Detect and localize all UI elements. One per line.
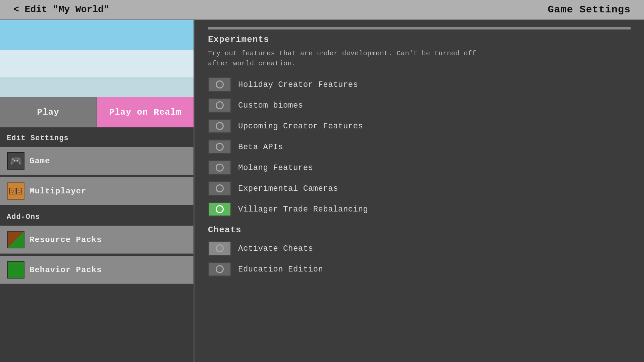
toggle-upcoming-creator[interactable] bbox=[208, 119, 231, 133]
right-panel: Experiments Try out features that are un… bbox=[195, 20, 644, 362]
toggle-bg bbox=[209, 182, 230, 195]
multiplayer-label: Multiplayer bbox=[30, 187, 86, 196]
sidebar-item-multiplayer[interactable]: Multiplayer bbox=[0, 177, 194, 205]
toggle-item-upcoming-creator[interactable]: Upcoming Creator Features bbox=[208, 119, 631, 133]
left-panel: Play Play on Realm Edit Settings 🎮 Game … bbox=[0, 20, 195, 362]
experiments-description: Try out features that are under developm… bbox=[208, 49, 483, 69]
toggle-bg bbox=[209, 203, 230, 216]
multiplayer-icon bbox=[7, 182, 24, 200]
toggle-exp-cameras[interactable] bbox=[208, 181, 231, 196]
addons-label: Add-Ons bbox=[0, 206, 194, 225]
toggle-custom-biomes[interactable] bbox=[208, 98, 231, 113]
resource-packs-icon bbox=[7, 231, 24, 248]
toggle-bg bbox=[209, 161, 230, 174]
holiday-creator-label: Holiday Creator Features bbox=[238, 80, 358, 89]
beta-apis-label: Beta APIs bbox=[238, 142, 283, 152]
toggle-circle-icon bbox=[216, 265, 224, 273]
chest-icon-left bbox=[9, 188, 15, 194]
back-label: < Edit "My World" bbox=[13, 4, 109, 15]
chest-pair-icon bbox=[9, 188, 22, 194]
toggle-bg bbox=[209, 99, 230, 112]
activate-cheats-label: Activate Cheats bbox=[238, 244, 313, 253]
play-on-realm-button[interactable]: Play on Realm bbox=[97, 97, 194, 127]
world-thumbnail bbox=[0, 20, 194, 97]
game-label: Game bbox=[30, 157, 50, 166]
toggle-circle-icon bbox=[216, 205, 224, 213]
toggle-circle-icon bbox=[216, 101, 224, 109]
toggle-item-molang[interactable]: Molang Features bbox=[208, 160, 631, 175]
toggle-circle-icon bbox=[216, 244, 224, 252]
toggle-item-exp-cameras[interactable]: Experimental Cameras bbox=[208, 181, 631, 196]
toggle-bg bbox=[209, 242, 230, 255]
education-edition-label: Education Edition bbox=[238, 265, 323, 274]
toggle-education-edition[interactable] bbox=[208, 262, 231, 277]
toggle-bg bbox=[209, 120, 230, 132]
behavior-packs-icon bbox=[7, 261, 24, 279]
toggle-activate-cheats[interactable] bbox=[208, 241, 231, 256]
back-button[interactable]: < Edit "My World" bbox=[13, 4, 109, 15]
toggle-item-holiday-creator[interactable]: Holiday Creator Features bbox=[208, 77, 631, 92]
toggle-item-custom-biomes[interactable]: Custom biomes bbox=[208, 98, 631, 113]
sidebar-item-behavior-packs[interactable]: Behavior Packs bbox=[0, 256, 194, 284]
behavior-packs-label: Behavior Packs bbox=[30, 265, 102, 275]
toggle-beta-apis[interactable] bbox=[208, 139, 231, 154]
sidebar-item-game[interactable]: 🎮 Game bbox=[0, 147, 194, 175]
toggle-circle-icon bbox=[216, 122, 224, 130]
toggle-circle-icon bbox=[216, 184, 224, 192]
toggle-item-villager-trade[interactable]: Villager Trade Rebalancing bbox=[208, 202, 631, 217]
exp-cameras-label: Experimental Cameras bbox=[238, 184, 338, 193]
toggle-molang[interactable] bbox=[208, 160, 231, 175]
cheats-title: Cheats bbox=[208, 225, 631, 235]
controller-icon: 🎮 bbox=[7, 152, 24, 170]
resource-packs-label: Resource Packs bbox=[30, 235, 102, 244]
villager-trade-label: Villager Trade Rebalancing bbox=[238, 205, 368, 214]
toggle-bg bbox=[209, 140, 230, 153]
toggle-circle-icon bbox=[216, 164, 224, 172]
toggle-item-beta-apis[interactable]: Beta APIs bbox=[208, 139, 631, 154]
toggle-item-activate-cheats[interactable]: Activate Cheats bbox=[208, 241, 631, 256]
toggle-bg bbox=[209, 263, 230, 276]
toggle-item-education-edition[interactable]: Education Edition bbox=[208, 262, 631, 277]
experiments-title: Experiments bbox=[208, 35, 631, 45]
edit-settings-label: Edit Settings bbox=[0, 127, 194, 146]
main-layout: Play Play on Realm Edit Settings 🎮 Game … bbox=[0, 20, 644, 362]
toggle-villager-trade[interactable] bbox=[208, 202, 231, 217]
app-header: < Edit "My World" Game Settings bbox=[0, 0, 644, 20]
molang-label: Molang Features bbox=[238, 163, 313, 172]
chest-icon-right bbox=[16, 188, 22, 194]
upcoming-creator-label: Upcoming Creator Features bbox=[238, 122, 363, 131]
toggle-circle-icon bbox=[216, 143, 224, 151]
toggle-circle-icon bbox=[216, 80, 224, 88]
play-buttons-container: Play Play on Realm bbox=[0, 97, 194, 127]
page-title: Game Settings bbox=[548, 4, 631, 15]
custom-biomes-label: Custom biomes bbox=[238, 101, 303, 110]
toggle-bg bbox=[209, 78, 230, 91]
toggle-holiday-creator[interactable] bbox=[208, 77, 231, 92]
sidebar-item-resource-packs[interactable]: Resource Packs bbox=[0, 226, 194, 254]
play-button[interactable]: Play bbox=[0, 97, 97, 127]
scroll-indicator-line bbox=[208, 27, 631, 29]
